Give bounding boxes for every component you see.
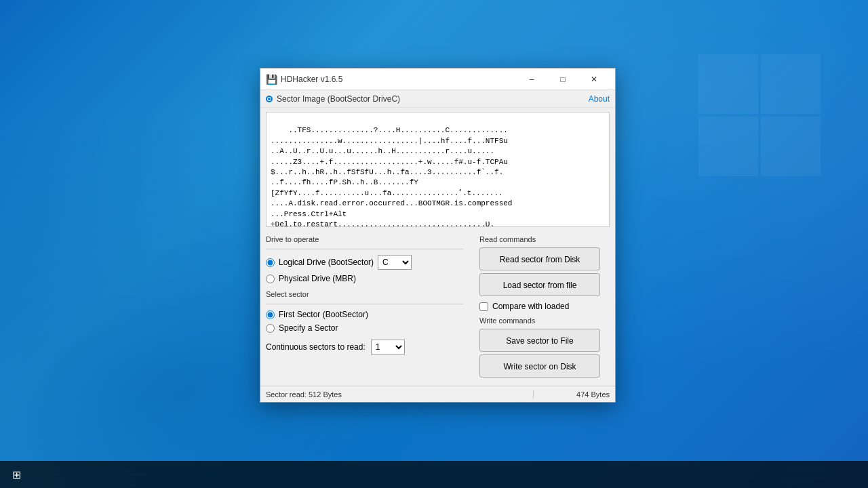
maximize-button[interactable]: □ <box>547 68 578 90</box>
sector-section-label: Select sector <box>266 290 463 298</box>
logical-drive-radio[interactable] <box>266 258 275 267</box>
continuous-label: Continuous sectors to read: <box>266 342 366 352</box>
first-sector-item[interactable]: First Sector (BootSector) <box>266 310 463 319</box>
sector-divider <box>266 304 463 304</box>
specify-sector-item[interactable]: Specify a Sector <box>266 323 463 333</box>
drive-letter-select[interactable]: C D E <box>378 255 412 270</box>
right-panel: Read commands Read sector from Disk Load… <box>474 231 610 380</box>
physical-drive-radio[interactable] <box>266 274 275 283</box>
compare-label: Compare with loaded <box>492 302 569 311</box>
menu-bar: Sector Image (BootSector DriveC) About <box>260 90 615 108</box>
drive-radio-group: Logical Drive (BootSector) C D E Physica… <box>266 255 463 283</box>
windows-decoration <box>698 54 834 258</box>
logical-drive-item[interactable]: Logical Drive (BootSector) C D E <box>266 255 463 270</box>
close-button[interactable]: ✕ <box>578 68 610 90</box>
left-panel: Drive to operate Logical Drive (BootSect… <box>266 231 474 380</box>
save-sector-file-button[interactable]: Save sector to File <box>479 329 600 352</box>
sector-image-label: Sector Image (BootSector DriveC) <box>277 94 400 104</box>
minimize-button[interactable]: – <box>516 68 547 90</box>
about-link[interactable]: About <box>589 94 610 104</box>
app-icon: 💾 <box>266 74 277 85</box>
content-area: Drive to operate Logical Drive (BootSect… <box>260 231 615 386</box>
first-sector-label: First Sector (BootSector) <box>279 310 368 319</box>
compare-checkbox[interactable] <box>479 302 488 311</box>
status-right: 474 Bytes <box>534 390 615 399</box>
compare-row: Compare with loaded <box>479 302 610 311</box>
physical-drive-label: Physical Drive (MBR) <box>279 274 356 283</box>
status-bar: Sector read: 512 Bytes 474 Bytes <box>260 386 615 402</box>
menu-bar-left: Sector Image (BootSector DriveC) <box>266 94 400 104</box>
specify-sector-label: Specify a Sector <box>279 323 338 333</box>
sector-content-text: ..TFS..............?....H..........C....… <box>271 126 512 227</box>
title-bar: 💾 HDHacker v1.6.5 – □ ✕ <box>260 68 615 90</box>
drive-divider <box>266 249 463 249</box>
sector-image-radio-indicator <box>266 96 273 102</box>
first-sector-radio[interactable] <box>266 310 275 319</box>
drive-section-label: Drive to operate <box>266 235 463 243</box>
continuous-select[interactable]: 1 2 3 4 5 <box>371 340 405 354</box>
physical-drive-item[interactable]: Physical Drive (MBR) <box>266 274 463 283</box>
read-commands-label: Read commands <box>479 235 610 243</box>
load-sector-file-button[interactable]: Load sector from file <box>479 273 600 296</box>
write-sector-disk-button[interactable]: Write sector on Disk <box>479 354 600 378</box>
specify-sector-radio[interactable] <box>266 324 275 333</box>
taskbar: ⊞ <box>0 461 868 488</box>
window-title: HDHacker v1.6.5 <box>281 75 516 84</box>
write-commands-label: Write commands <box>479 317 610 325</box>
app-window: 💾 HDHacker v1.6.5 – □ ✕ Sector Image (Bo… <box>260 68 616 403</box>
window-controls: – □ ✕ <box>516 68 610 90</box>
read-sector-disk-button[interactable]: Read sector from Disk <box>479 247 600 270</box>
sector-radio-group: First Sector (BootSector) Specify a Sect… <box>266 310 463 333</box>
logical-drive-label: Logical Drive (BootSector) <box>279 258 374 267</box>
sector-display[interactable]: ..TFS..............?....H..........C....… <box>266 112 610 227</box>
continuous-row: Continuous sectors to read: 1 2 3 4 5 <box>266 340 463 354</box>
status-left: Sector read: 512 Bytes <box>260 390 534 399</box>
windows-logo[interactable]: ⊞ <box>0 461 33 488</box>
